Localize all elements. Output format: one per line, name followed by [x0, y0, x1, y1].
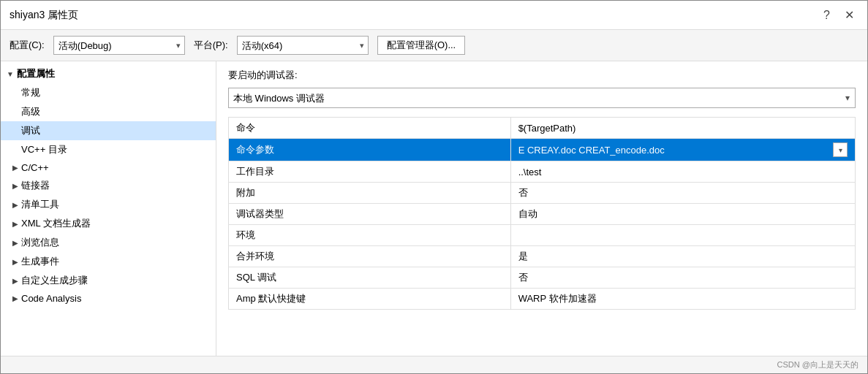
title-bar: shiyan3 属性页 ? ✕	[1, 1, 867, 30]
xml-triangle-icon: ▶	[12, 220, 18, 228]
table-row-amp[interactable]: Amp 默认快捷键 WARP 软件加速器	[229, 289, 856, 310]
prop-key-merge-env: 合并环境	[229, 246, 511, 267]
browse-triangle-icon: ▶	[12, 239, 18, 247]
help-button[interactable]: ?	[819, 7, 834, 23]
sidebar-item-general[interactable]: 常规	[1, 83, 216, 102]
prop-val-env	[510, 225, 855, 246]
debugger-select[interactable]: 本地 Windows 调试器 远程 Windows 调试器	[228, 88, 856, 108]
title-bar-controls: ? ✕	[819, 7, 858, 23]
table-row-sql[interactable]: SQL 调试 否	[229, 267, 856, 289]
toolbar: 配置(C): 活动(Debug) Debug Release 平台(P): 活动…	[1, 30, 867, 61]
prop-key-env: 环境	[229, 225, 511, 246]
prop-key-attach: 附加	[229, 183, 511, 204]
prop-val-amp: WARP 软件加速器	[510, 289, 855, 310]
sidebar-item-build-events-label: 生成事件	[21, 255, 59, 268]
build-events-triangle-icon: ▶	[12, 258, 18, 266]
sidebar-item-code-analysis-label: Code Analysis	[21, 293, 81, 304]
linker-triangle-icon: ▶	[12, 182, 18, 190]
sidebar-item-cpp-label: C/C++	[21, 162, 49, 173]
prop-val-command: $(TargetPath)	[510, 118, 855, 139]
platform-select[interactable]: 活动(x64) x64 Win32	[237, 36, 369, 55]
sidebar-item-xml[interactable]: ▶ XML 文档生成器	[1, 214, 216, 233]
sidebar-item-manifest[interactable]: ▶ 清单工具	[1, 195, 216, 214]
sidebar-item-cpp[interactable]: ▶ C/C++	[1, 159, 216, 176]
command-args-cell: E CREAY.doc CREAT_encode.doc ▾	[518, 142, 848, 157]
debugger-section-title: 要启动的调试器:	[228, 69, 856, 82]
prop-key-debugger-type: 调试器类型	[229, 204, 511, 225]
custom-build-triangle-icon: ▶	[12, 277, 18, 285]
prop-val-sql: 否	[510, 267, 855, 289]
prop-key-command: 命令	[229, 118, 511, 139]
command-args-value: E CREAY.doc CREAT_encode.doc	[518, 145, 665, 156]
sidebar-item-xml-label: XML 文档生成器	[21, 217, 91, 230]
sidebar-item-debug[interactable]: 调试	[1, 121, 216, 140]
manifest-triangle-icon: ▶	[12, 201, 18, 209]
root-triangle-icon: ▼	[7, 70, 14, 78]
sidebar-item-code-analysis[interactable]: ▶ Code Analysis	[1, 290, 216, 307]
table-row-attach[interactable]: 附加 否	[229, 183, 856, 204]
footer-watermark: CSDN @向上是天天的	[777, 359, 858, 370]
table-row-env[interactable]: 环境	[229, 225, 856, 246]
platform-select-wrapper: 活动(x64) x64 Win32	[237, 36, 369, 55]
sidebar-root-label: 配置属性	[17, 67, 55, 80]
right-panel: 要启动的调试器: 本地 Windows 调试器 远程 Windows 调试器 命…	[216, 61, 867, 356]
config-manager-button[interactable]: 配置管理器(O)...	[377, 36, 466, 55]
prop-val-merge-env: 是	[510, 246, 855, 267]
prop-key-workdir: 工作目录	[229, 161, 511, 183]
debugger-select-wrapper: 本地 Windows 调试器 远程 Windows 调试器	[228, 88, 856, 108]
table-row-merge-env[interactable]: 合并环境 是	[229, 246, 856, 267]
prop-val-attach: 否	[510, 183, 855, 204]
prop-val-workdir: ..\test	[510, 161, 855, 183]
sidebar-item-advanced-label: 高级	[21, 105, 40, 118]
sidebar-item-custom-build[interactable]: ▶ 自定义生成步骤	[1, 271, 216, 290]
cpp-triangle-icon: ▶	[12, 164, 18, 172]
sidebar-item-linker[interactable]: ▶ 链接器	[1, 176, 216, 195]
prop-val-debugger-type: 自动	[510, 204, 855, 225]
prop-key-amp: Amp 默认快捷键	[229, 289, 511, 310]
prop-val-command-args: E CREAY.doc CREAT_encode.doc ▾	[510, 139, 855, 161]
sidebar-item-manifest-label: 清单工具	[21, 198, 59, 211]
prop-key-command-args: 命令参数	[229, 139, 511, 161]
sidebar-item-browse-label: 浏览信息	[21, 236, 59, 249]
sidebar: ▼ 配置属性 常规 高级 调试 VC++ 目录 ▶ C/C++ ▶ 链接器	[1, 61, 216, 356]
prop-key-sql: SQL 调试	[229, 267, 511, 289]
main-window: shiyan3 属性页 ? ✕ 配置(C): 活动(Debug) Debug R…	[0, 0, 868, 374]
sidebar-item-custom-build-label: 自定义生成步骤	[21, 274, 88, 287]
close-button[interactable]: ✕	[840, 7, 858, 23]
sidebar-item-build-events[interactable]: ▶ 生成事件	[1, 252, 216, 271]
footer-bar: CSDN @向上是天天的	[1, 356, 867, 373]
sidebar-item-debug-label: 调试	[21, 124, 40, 137]
window-title: shiyan3 属性页	[10, 9, 78, 22]
platform-label: 平台(P):	[194, 39, 228, 52]
table-row-command-args[interactable]: 命令参数 E CREAY.doc CREAT_encode.doc ▾	[229, 139, 856, 161]
command-args-dropdown-icon[interactable]: ▾	[833, 142, 848, 157]
properties-table: 命令 $(TargetPath) 命令参数 E CREAY.doc CREAT_…	[228, 117, 856, 310]
main-content: ▼ 配置属性 常规 高级 调试 VC++ 目录 ▶ C/C++ ▶ 链接器	[1, 61, 867, 356]
sidebar-item-general-label: 常规	[21, 86, 40, 99]
sidebar-item-advanced[interactable]: 高级	[1, 102, 216, 121]
sidebar-item-vc-dirs[interactable]: VC++ 目录	[1, 140, 216, 159]
sidebar-item-vc-dirs-label: VC++ 目录	[21, 143, 67, 156]
config-label: 配置(C):	[10, 39, 45, 52]
config-select[interactable]: 活动(Debug) Debug Release	[53, 36, 185, 55]
table-row-debugger-type[interactable]: 调试器类型 自动	[229, 204, 856, 225]
sidebar-item-linker-label: 链接器	[21, 179, 50, 192]
table-row-command[interactable]: 命令 $(TargetPath)	[229, 118, 856, 139]
sidebar-item-browse[interactable]: ▶ 浏览信息	[1, 233, 216, 252]
code-analysis-triangle-icon: ▶	[12, 294, 18, 302]
table-row-workdir[interactable]: 工作目录 ..\test	[229, 161, 856, 183]
sidebar-root[interactable]: ▼ 配置属性	[1, 64, 216, 83]
config-select-wrapper: 活动(Debug) Debug Release	[53, 36, 185, 55]
